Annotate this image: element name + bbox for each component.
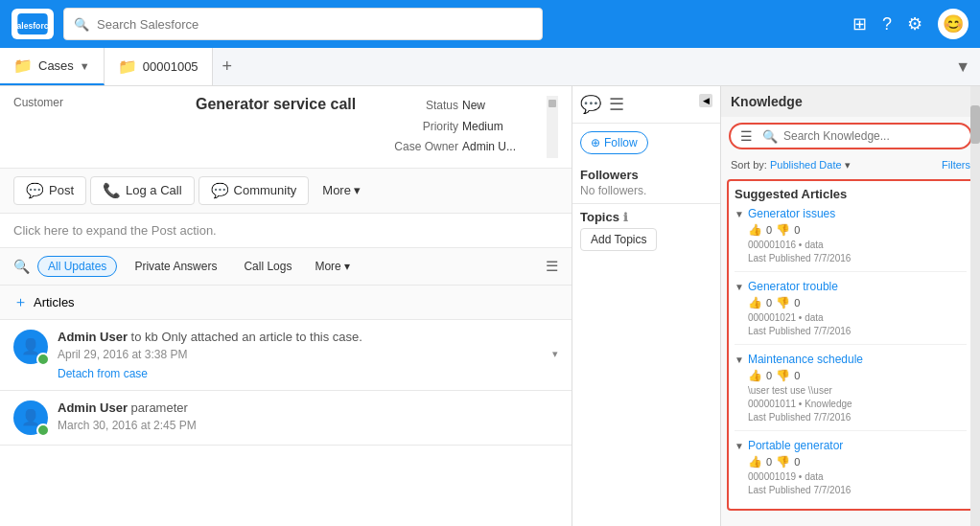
article-title[interactable]: Generator issues: [748, 207, 835, 220]
knowledge-search-input[interactable]: [783, 129, 961, 143]
article-title[interactable]: Portable generator: [748, 439, 843, 452]
log-call-button[interactable]: 📞 Log a Call: [90, 176, 195, 205]
feed-action: to kb Only attached an article to this c…: [131, 330, 362, 344]
kb-sort-value[interactable]: Published Date: [770, 159, 842, 171]
article-source: data: [805, 312, 823, 323]
like-icon[interactable]: 👍: [748, 369, 762, 382]
avatar: 👤: [13, 330, 48, 364]
main-layout: Customer Generator service call Status N…: [0, 86, 980, 526]
feed-search-icon[interactable]: 🔍: [13, 259, 30, 274]
follow-label: Follow: [604, 136, 638, 149]
case-title: Generator service call: [196, 96, 393, 113]
like-icon[interactable]: 👍: [748, 455, 762, 469]
feed-filter-bar: 🔍 All Updates Private Answers Call Logs …: [0, 248, 572, 286]
article-header: ▼ Generator issues: [735, 207, 967, 220]
owner-label: Case Owner: [393, 137, 458, 158]
salesforce-logo: salesforce: [12, 9, 54, 39]
grid-icon[interactable]: ⊞: [852, 13, 867, 34]
chat-tab-icon[interactable]: 💬: [580, 94, 601, 115]
dislike-icon[interactable]: 👎: [776, 296, 790, 309]
status-label: Status: [393, 96, 458, 117]
post-button[interactable]: 💬 Post: [13, 176, 86, 205]
article-title[interactable]: Maintenance schedule: [748, 353, 863, 366]
help-icon[interactable]: ?: [882, 14, 892, 34]
dislike-count: 0: [794, 370, 800, 381]
feed-user: Admin User: [58, 400, 128, 415]
feed-content: Admin User to kb Only attached an articl…: [58, 330, 558, 380]
cases-tab-chevron[interactable]: ▼: [80, 60, 90, 72]
dislike-icon[interactable]: 👎: [776, 455, 790, 469]
case-header: Customer Generator service call Status N…: [0, 86, 572, 169]
feed-date-chevron-icon[interactable]: ▾: [552, 348, 558, 361]
article-published-label: Last Published: [748, 412, 813, 423]
tab-bar: 📁 Cases ▼ 📁 00001005 + ▼: [0, 48, 980, 86]
dislike-count: 0: [794, 224, 800, 236]
articles-plus-icon[interactable]: ＋: [13, 293, 28, 311]
feed-item: 👤 Admin User to kb Only attached an arti…: [0, 320, 572, 391]
post-area[interactable]: Click here to expand the Post action.: [0, 214, 572, 248]
article-collapse-icon[interactable]: ▼: [735, 209, 744, 219]
community-icon: 💬: [211, 182, 229, 199]
article-item: ▼ Generator issues 👍 0 👎 0 000001016 • d…: [735, 207, 967, 272]
mid-tabs: 💬 ☰ ◀: [572, 86, 720, 124]
article-source: data: [805, 240, 823, 250]
suggested-articles-section: Suggested Articles ▼ Generator issues 👍 …: [727, 179, 974, 511]
dislike-icon[interactable]: 👎: [776, 369, 790, 382]
global-search-input[interactable]: [97, 17, 532, 32]
add-topics-button[interactable]: Add Topics: [580, 228, 657, 251]
detach-case-link[interactable]: Detach from case: [58, 367, 558, 380]
articles-label: Articles: [34, 295, 75, 309]
knowledge-search-bar[interactable]: ☰ 🔍: [729, 123, 972, 149]
followers-empty-text: No followers.: [580, 184, 712, 197]
settings-icon[interactable]: ⚙: [907, 13, 922, 34]
customer-column: Customer: [13, 96, 196, 158]
article-source: Knowledge: [805, 399, 852, 409]
scroll-indicator: [547, 96, 558, 158]
feed-action: parameter: [131, 400, 188, 415]
more-button[interactable]: More ▾: [313, 178, 370, 202]
priority-label: Priority: [393, 117, 458, 138]
filter-all-button[interactable]: All Updates: [37, 256, 117, 277]
case-detail-tab-label: 00001005: [143, 59, 198, 74]
tab-case-detail[interactable]: 📁 00001005: [105, 48, 213, 85]
tab-cases[interactable]: 📁 Cases ▼: [0, 48, 105, 85]
dislike-count: 0: [794, 456, 800, 468]
kb-sort-chevron-icon[interactable]: ▾: [845, 159, 851, 171]
kb-filters-link[interactable]: Filters: [942, 159, 970, 172]
article-collapse-icon[interactable]: ▼: [735, 441, 744, 451]
filter-private-button[interactable]: Private Answers: [125, 257, 226, 276]
tabbar-end-chevron[interactable]: ▼: [955, 58, 980, 76]
list-tab-icon[interactable]: ☰: [609, 94, 624, 115]
community-button[interactable]: 💬 Community: [198, 176, 310, 205]
feed-sort-icon[interactable]: ☰: [546, 258, 558, 275]
like-count: 0: [766, 297, 772, 309]
dislike-icon[interactable]: 👎: [776, 223, 790, 237]
log-call-label: Log a Call: [126, 183, 182, 197]
community-label: Community: [234, 183, 297, 197]
followers-section: Followers No followers.: [572, 162, 720, 204]
follow-button[interactable]: ⊕ Follow: [580, 131, 648, 154]
feed-meta: April 29, 2016 at 3:38 PM ▾: [58, 348, 558, 361]
like-count: 0: [766, 224, 772, 236]
knowledge-scrollbar[interactable]: [970, 86, 980, 526]
add-tab-button[interactable]: +: [213, 48, 243, 85]
article-title[interactable]: Generator trouble: [748, 280, 838, 293]
kb-sort-label: Sort by: Published Date ▾: [731, 159, 851, 172]
topics-title-label: Topics: [580, 210, 619, 224]
filter-calllogs-button[interactable]: Call Logs: [234, 257, 301, 276]
article-published-label: Last Published: [748, 326, 813, 336]
article-votes: 👍 0 👎 0: [748, 455, 967, 469]
post-hint-text: Click here to expand the Post action.: [13, 223, 217, 238]
like-icon[interactable]: 👍: [748, 223, 762, 237]
feed-filter-more-button[interactable]: More ▾: [309, 257, 355, 276]
like-icon[interactable]: 👍: [748, 296, 762, 309]
article-collapse-icon[interactable]: ▼: [735, 282, 744, 292]
global-search-bar[interactable]: 🔍: [63, 8, 543, 40]
article-item: ▼ Maintenance schedule 👍 0 👎 0 \user tes…: [735, 353, 967, 431]
knowledge-scroll-thumb[interactable]: [970, 105, 980, 144]
mid-scroll-button[interactable]: ◀: [699, 94, 712, 107]
article-collapse-icon[interactable]: ▼: [735, 354, 744, 365]
kb-menu-icon[interactable]: ☰: [740, 128, 753, 144]
filter-all-label: All Updates: [48, 260, 106, 273]
user-avatar[interactable]: 😊: [938, 9, 968, 39]
